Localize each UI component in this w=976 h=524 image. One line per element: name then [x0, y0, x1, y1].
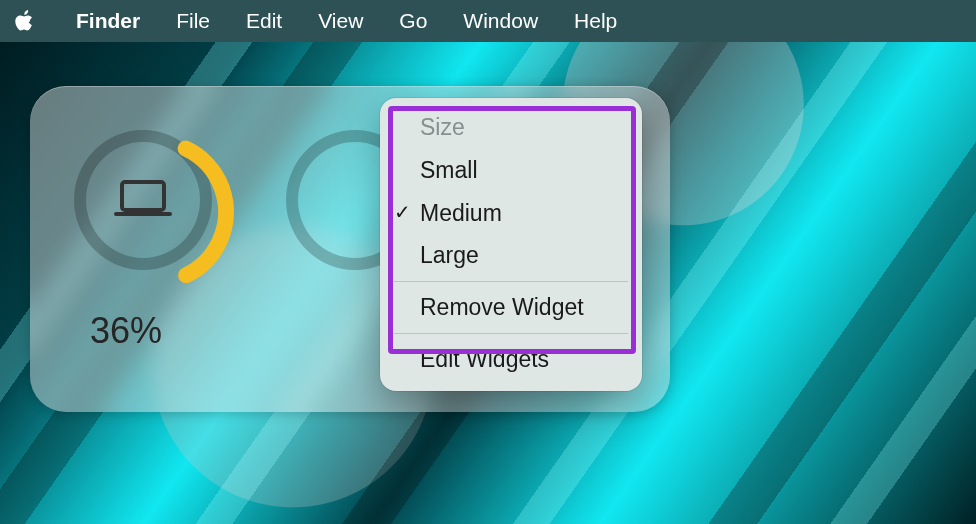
checkmark-icon: ✓ — [394, 200, 411, 225]
menu-separator-1 — [394, 281, 628, 282]
battery-ring — [74, 130, 212, 270]
menu-size-small[interactable]: Small — [380, 149, 642, 192]
widget-context-menu: Size Small ✓ Medium Large Remove Widget … — [380, 98, 642, 391]
menu-bar: Finder File Edit View Go Window Help — [0, 0, 976, 42]
menu-size-medium-label: Medium — [420, 200, 502, 226]
menu-help[interactable]: Help — [556, 9, 635, 33]
menu-go[interactable]: Go — [381, 9, 445, 33]
apple-menu-icon[interactable] — [14, 9, 58, 33]
menu-edit[interactable]: Edit — [228, 9, 300, 33]
menu-separator-2 — [394, 333, 628, 334]
laptop-icon — [86, 142, 200, 258]
menu-app-name[interactable]: Finder — [58, 9, 158, 33]
menu-file[interactable]: File — [158, 9, 228, 33]
menu-edit-widgets[interactable]: Edit Widgets — [380, 338, 642, 381]
menu-remove-widget[interactable]: Remove Widget — [380, 286, 642, 329]
menu-size-medium[interactable]: ✓ Medium — [380, 192, 642, 235]
menu-window[interactable]: Window — [445, 9, 556, 33]
menu-size-large[interactable]: Large — [380, 234, 642, 277]
svg-rect-1 — [122, 182, 164, 210]
menu-view[interactable]: View — [300, 9, 381, 33]
menu-section-size-header: Size — [380, 106, 642, 149]
